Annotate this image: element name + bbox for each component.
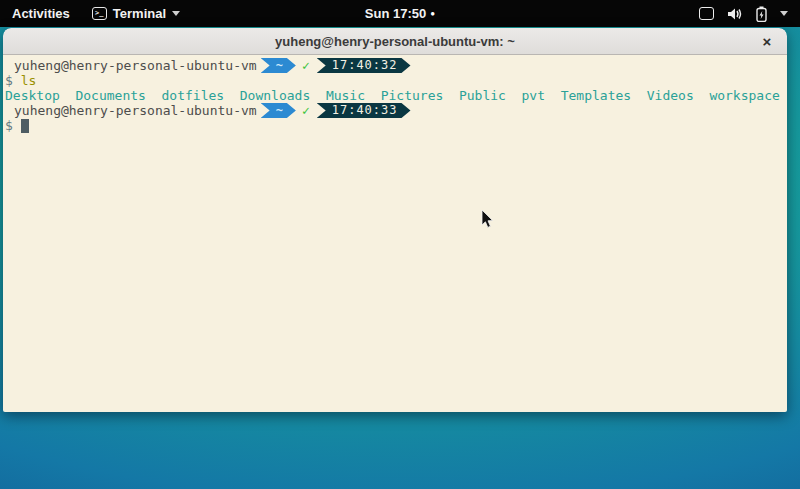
prompt-status-check-icon: ✓ xyxy=(302,58,310,73)
screen-icon xyxy=(699,7,714,20)
command-line: $ ls xyxy=(5,73,785,88)
dir-entry: pvt xyxy=(522,88,545,103)
battery-charging-icon xyxy=(756,6,767,22)
command-text: ls xyxy=(21,73,37,88)
window-titlebar[interactable]: yuheng@henry-personal-ubuntu-vm: ~ × xyxy=(3,28,787,55)
prompt-time-segment: 17:40:32 xyxy=(317,58,411,73)
top-bar-left: Activities >_ Terminal xyxy=(0,0,190,27)
current-prompt-line: $ xyxy=(5,118,785,133)
app-menu-label: Terminal xyxy=(113,6,166,21)
prompt-dollar: $ xyxy=(5,73,13,88)
clock-button[interactable]: Sun 17:50 xyxy=(365,6,426,21)
prompt-user-host: yuheng@henry-personal-ubuntu-vm xyxy=(5,58,257,73)
dir-entry: Music xyxy=(326,88,365,103)
app-menu-button[interactable]: >_ Terminal xyxy=(82,0,190,27)
prompt-line-2: yuheng@henry-personal-ubuntu-vm ~ ✓ 17:4… xyxy=(5,103,785,118)
terminal-content[interactable]: yuheng@henry-personal-ubuntu-vm ~ ✓ 17:4… xyxy=(3,55,787,412)
activities-label: Activities xyxy=(12,6,70,21)
prompt-time-segment: 17:40:33 xyxy=(317,103,411,118)
prompt-dollar: $ xyxy=(5,118,13,133)
desktop: Activities >_ Terminal Sun 17:50 ● xyxy=(0,0,800,489)
prompt-user-host: yuheng@henry-personal-ubuntu-vm xyxy=(5,103,257,118)
dir-entry: workspace xyxy=(709,88,779,103)
top-bar: Activities >_ Terminal Sun 17:50 ● xyxy=(0,0,800,27)
prompt-path-segment: ~ xyxy=(261,103,296,118)
terminal-icon: >_ xyxy=(92,7,107,20)
dir-entry: Templates xyxy=(561,88,631,103)
prompt-path-segment: ~ xyxy=(261,58,296,73)
notification-dot-icon: ● xyxy=(430,10,435,18)
system-status-area[interactable] xyxy=(687,0,800,27)
dir-entry: Pictures xyxy=(381,88,444,103)
terminal-cursor xyxy=(21,119,29,133)
window-title: yuheng@henry-personal-ubuntu-vm: ~ xyxy=(275,34,515,49)
app-menu-caret-icon xyxy=(172,11,180,16)
dir-entry: Public xyxy=(459,88,506,103)
dir-entry: Videos xyxy=(647,88,694,103)
dir-entry: Downloads xyxy=(240,88,310,103)
dir-entry: Desktop xyxy=(5,88,60,103)
dir-entry: dotfiles xyxy=(162,88,225,103)
activities-button[interactable]: Activities xyxy=(0,0,82,27)
terminal-window: yuheng@henry-personal-ubuntu-vm: ~ × yuh… xyxy=(3,28,787,412)
system-menu-chevron-icon xyxy=(780,11,788,16)
prompt-line-1: yuheng@henry-personal-ubuntu-vm ~ ✓ 17:4… xyxy=(5,58,785,73)
prompt-status-check-icon: ✓ xyxy=(302,103,310,118)
mouse-pointer-icon xyxy=(481,210,494,229)
dir-entry: Documents xyxy=(75,88,145,103)
ls-output-line: DesktopDocumentsdotfilesDownloadsMusicPi… xyxy=(5,88,785,103)
volume-icon xyxy=(727,7,743,21)
close-icon[interactable]: × xyxy=(755,28,779,54)
